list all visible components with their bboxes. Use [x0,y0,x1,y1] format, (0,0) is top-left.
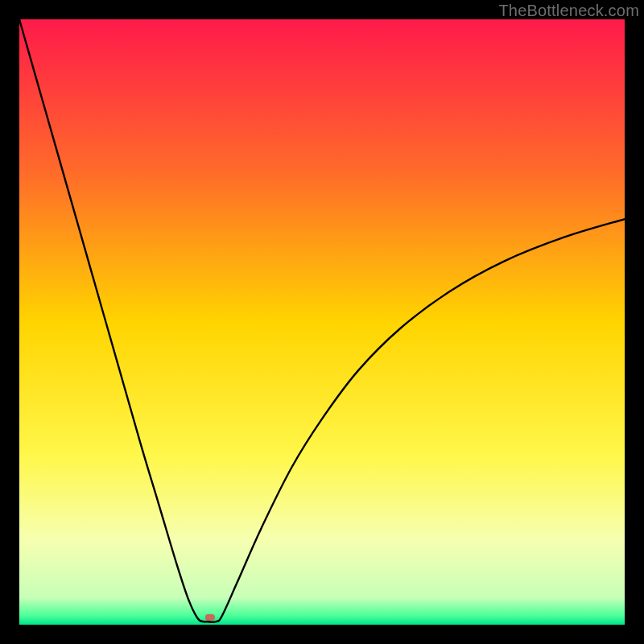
gradient-background [19,19,625,625]
plot-area [19,19,625,625]
watermark-text: TheBottleneck.com [498,2,639,20]
optimum-marker [205,614,215,621]
chart-svg [19,19,625,625]
chart-frame: TheBottleneck.com [0,0,644,644]
